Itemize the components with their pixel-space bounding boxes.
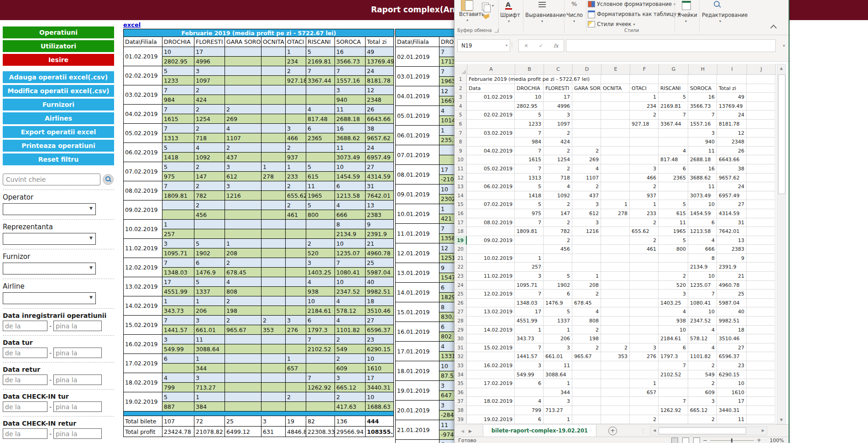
cell-A36[interactable] xyxy=(467,388,515,397)
excel-export-link[interactable]: excel xyxy=(123,21,141,28)
cell-J20[interactable] xyxy=(747,245,775,254)
cell-A15[interactable]: 07.02.2019 xyxy=(467,200,515,209)
cell-G21[interactable] xyxy=(659,254,688,263)
cell-D13[interactable]: 2 xyxy=(572,182,601,191)
cell-E26[interactable] xyxy=(601,299,630,308)
cell-C26[interactable]: 1476.9 xyxy=(544,299,572,308)
cell-E14[interactable] xyxy=(601,191,630,200)
column-header-D[interactable]: D xyxy=(573,64,601,75)
cell-F9[interactable] xyxy=(630,147,659,156)
cell-D39[interactable] xyxy=(572,415,601,424)
cell-C13[interactable]: 4 xyxy=(544,182,572,191)
reprezentanta-select[interactable]: ▼ xyxy=(3,233,96,245)
cell-I33[interactable]: 23 xyxy=(717,361,747,370)
next-sheet-icon[interactable]: ▶ xyxy=(469,429,472,433)
cell-B29[interactable]: 1 xyxy=(515,326,544,335)
cell-D21[interactable] xyxy=(572,254,601,263)
data-inregistrarii-operatiunii-from-input[interactable] xyxy=(3,321,47,331)
cell-D28[interactable]: 808 xyxy=(572,316,601,326)
cell-G10[interactable]: 817.48 xyxy=(659,155,688,164)
cell-D33[interactable] xyxy=(572,361,601,370)
cell-H4[interactable]: 3566.73 xyxy=(688,102,717,111)
cell-J8[interactable] xyxy=(747,137,775,147)
cell-H13[interactable]: 11 xyxy=(688,182,717,191)
row-header-30[interactable]: 30 xyxy=(455,334,467,343)
cell-A19[interactable]: 09.02.2019 xyxy=(467,236,515,245)
cell-I5[interactable]: 24 xyxy=(717,111,747,120)
cell-H34[interactable]: 549 xyxy=(688,370,717,380)
cell-J2[interactable] xyxy=(747,84,775,93)
cell-C15[interactable]: 2 xyxy=(544,200,572,209)
cell-F39[interactable]: 2 xyxy=(630,415,659,424)
cell-I23[interactable]: 21 xyxy=(717,272,747,281)
cell-I36[interactable]: 1610 xyxy=(717,388,747,397)
cell-I16[interactable]: 4314.59 xyxy=(717,209,747,218)
cell-B28[interactable]: 4551.99 xyxy=(515,316,544,326)
column-header-J[interactable]: J xyxy=(747,64,776,75)
zoom-level[interactable]: 100% xyxy=(769,438,784,443)
row-header-4[interactable]: 4 xyxy=(455,102,467,111)
cell-I22[interactable]: 2391.9 xyxy=(717,263,747,272)
row-header-7[interactable]: 7 xyxy=(455,129,467,138)
cell-F3[interactable]: 1 xyxy=(630,93,659,102)
cell-E11[interactable] xyxy=(601,164,630,174)
cell-B14[interactable]: 1418 xyxy=(515,191,544,200)
cell-I13[interactable]: 24 xyxy=(717,182,747,191)
column-header-A[interactable]: A xyxy=(467,64,515,75)
column-header-H[interactable]: H xyxy=(689,64,717,75)
cell-I10[interactable]: 6643.66 xyxy=(717,155,747,164)
cell-J27[interactable] xyxy=(747,307,775,316)
cell-I37[interactable]: 17 xyxy=(717,397,747,406)
cell-H15[interactable]: 10 xyxy=(688,200,717,209)
cell-D36[interactable] xyxy=(572,388,601,397)
cell-B20[interactable] xyxy=(515,245,544,254)
cell-E16[interactable]: 278 xyxy=(601,209,630,218)
cell-F4[interactable]: 234 xyxy=(630,102,659,111)
cell-B24[interactable]: 1095.71 xyxy=(515,281,544,290)
sidebar-button-furnizori[interactable]: Furnizori xyxy=(3,99,114,111)
cell-J7[interactable] xyxy=(747,129,775,138)
cell-C33[interactable]: 11 xyxy=(544,361,572,370)
cell-A22[interactable] xyxy=(467,263,515,272)
cell-C31[interactable]: 3 xyxy=(544,343,572,353)
cell-H30[interactable]: 578.12 xyxy=(688,334,717,343)
cell-B21[interactable]: 1 xyxy=(515,254,544,263)
cell-J26[interactable] xyxy=(747,299,775,308)
cell-I8[interactable]: 2348 xyxy=(717,137,747,147)
cell-F31[interactable]: 3 xyxy=(630,343,659,353)
cell-J14[interactable] xyxy=(747,191,775,200)
cell-E24[interactable] xyxy=(601,281,630,290)
cell-I9[interactable]: 26 xyxy=(717,147,747,156)
row-header-3[interactable]: 3 xyxy=(455,93,467,102)
cell-H38[interactable]: 665.12 xyxy=(688,406,717,415)
cell-B11[interactable]: 7 xyxy=(515,164,544,174)
format-as-table-button[interactable]: Форматировать как таблицу▾ xyxy=(588,9,680,19)
cell-J32[interactable] xyxy=(747,352,775,361)
cell-B2[interactable]: DROCHIA xyxy=(515,84,544,93)
cell-B15[interactable]: 5 xyxy=(515,200,544,209)
dialog-launcher-icon[interactable] xyxy=(495,29,498,32)
cell-E35[interactable] xyxy=(601,379,630,388)
cell-I28[interactable]: 9982.51 xyxy=(717,316,747,326)
cell-C38[interactable]: 713.27 xyxy=(544,406,572,415)
row-header-32[interactable]: 32 xyxy=(455,352,467,361)
cell-G36[interactable] xyxy=(659,388,688,397)
zoom-slider-handle[interactable] xyxy=(731,438,732,443)
cell-D2[interactable]: GARA SOROCA xyxy=(572,84,601,93)
row-header-13[interactable]: 13 xyxy=(455,182,467,191)
cell-G11[interactable]: 6 xyxy=(659,164,688,174)
cell-G37[interactable]: 7 xyxy=(659,397,688,406)
cell-G13[interactable] xyxy=(659,182,688,191)
cell-A32[interactable] xyxy=(467,352,515,361)
cell-F29[interactable] xyxy=(630,326,659,335)
cell-A39[interactable]: 19.02.2019 xyxy=(467,415,515,424)
search-input[interactable] xyxy=(3,174,100,185)
cancel-entry-icon[interactable]: ✕ xyxy=(524,43,528,49)
zoom-slider[interactable] xyxy=(710,440,754,441)
cell-H32[interactable]: 1101.82 xyxy=(688,352,717,361)
cell-B35[interactable]: 6 xyxy=(515,379,544,388)
cell-A8[interactable] xyxy=(467,137,515,147)
operator-select[interactable]: ▼ xyxy=(3,203,96,215)
cell-H23[interactable]: 10 xyxy=(688,272,717,281)
cell-B37[interactable]: 4 xyxy=(515,397,544,406)
